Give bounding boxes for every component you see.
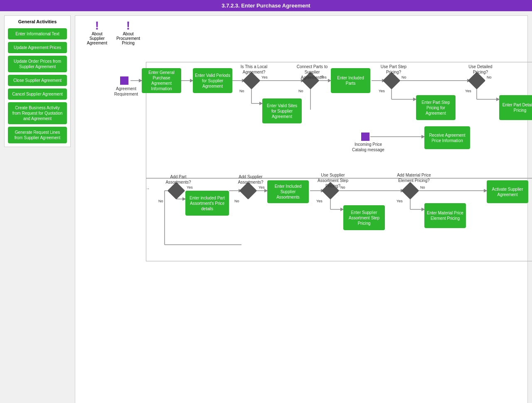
label-no-d1: No [239,89,244,93]
exclamation-icon-1: ! [95,20,99,32]
process-part-detailed-pricing[interactable]: Enter Part Detailed Pricing [499,95,532,120]
label-no-d7: No [340,185,345,189]
process-part-assortment-price[interactable]: Enter included Part Assortment's Price d… [185,191,229,216]
question-supplier-assortment-step: Use Supplier Assortment Step Pricing? [314,172,352,189]
process-enter-valid-periods[interactable]: Enter Valid Periods for Supplier Agreeme… [193,68,232,93]
label-yes-d4: Yes [465,89,471,93]
process-enter-valid-sites[interactable]: Enter Valid Sites for Supplier Agreement [262,98,302,123]
label-yes-d6: Yes [259,185,265,189]
page-header: 3.7.2.3. Enter Purchase Agreement [0,0,532,11]
question-add-part-assortments: Add Part Assortments? [160,174,197,185]
sidebar-title: General Activities [8,19,67,24]
process-material-price-element[interactable]: Enter Material Price Element Pricing [424,203,466,228]
sidebar-btn-informational[interactable]: Enter Informational Text [8,28,67,39]
sidebar-btn-cancel[interactable]: Cancel Supplier Agreement [8,88,67,100]
question-add-supplier-assortments: Add Supplier Assortments? [234,174,267,185]
flow-area: Agreement Requirement Enter General Purc… [75,49,527,403]
process-supplier-assortment-step[interactable]: Enter Supplier Assortment Step Pricing [343,205,385,230]
start-artifact [120,76,128,85]
label-yes-d8: Yes [397,199,403,203]
incoming-price-artifact [361,133,369,141]
exclamation-icon-2: ! [126,20,130,32]
question-part-step-pricing: Use Part Step Pricing? [377,64,410,75]
label-no-d6: No [234,199,239,203]
incoming-price-label: Incoming Price Catalog message [350,142,387,152]
about-procurement-label: About Procurement Pricing [115,32,142,45]
about-supplier-label: About Supplier Agreement [84,32,111,45]
bottom-start-arrow: → [146,187,150,191]
header-title: 3.7.2.3. Enter Purchase Agreement [222,2,310,9]
main-container: General Activities Enter Informational T… [0,11,532,403]
sidebar-btn-create-business[interactable]: Create Business Activity from Request fo… [8,102,67,124]
sidebar-btn-update-order[interactable]: Update Order Prices from Supplier Agreem… [8,56,67,72]
process-part-step-pricing[interactable]: Enter Part Step Pricing for Agreement [416,95,456,120]
label-no-d4: No [487,75,492,79]
question-detailed-pricing: Use Detailed Pricing? [464,64,497,75]
about-procurement-icon-item: ! About Procurement Pricing [115,20,142,45]
process-activate-supplier[interactable]: Activate Supplier Agreement [487,180,528,203]
process-receive-agreement-price[interactable]: Receive Agreement Price Information [424,126,470,149]
question-material-price-element: Add Material Price Element Pricing? [395,172,433,183]
label-yes-d1: Yes [261,75,268,79]
label-no-d5: No [158,199,163,203]
label-yes-d3: Yes [379,89,385,93]
question-local-agreement: Is This a Local Agreement? [237,64,271,75]
process-enter-included-parts[interactable]: Enter Included Parts [331,68,370,93]
label-no-d8: No [420,185,425,189]
sidebar-btn-update-agreement[interactable]: Update Agreement Prices [8,42,67,53]
sidebar-btn-close[interactable]: Close Supplier Agreement [8,75,67,86]
label-no-d3: No [401,75,406,79]
process-enter-supplier-assortments[interactable]: Enter Included Supplier Assortments [267,180,309,203]
about-supplier-icon-item: ! About Supplier Agreement [84,20,111,45]
agreement-requirement-label: Agreement Requirement [113,86,140,97]
label-yes-d7: Yes [316,199,323,203]
label-yes-d2: Yes [320,75,327,79]
sidebar-btn-generate[interactable]: Generate Request Lines from Supplier Agr… [8,127,67,143]
process-enter-general[interactable]: Enter General Purchase Agreement Informa… [142,68,181,93]
diagram-area: ! About Supplier Agreement ! About Procu… [75,15,528,403]
label-no-d2: No [298,89,303,93]
sidebar: General Activities Enter Informational T… [4,15,71,147]
info-icons-area: ! About Supplier Agreement ! About Procu… [75,16,527,49]
label-yes-d5: Yes [187,185,193,189]
